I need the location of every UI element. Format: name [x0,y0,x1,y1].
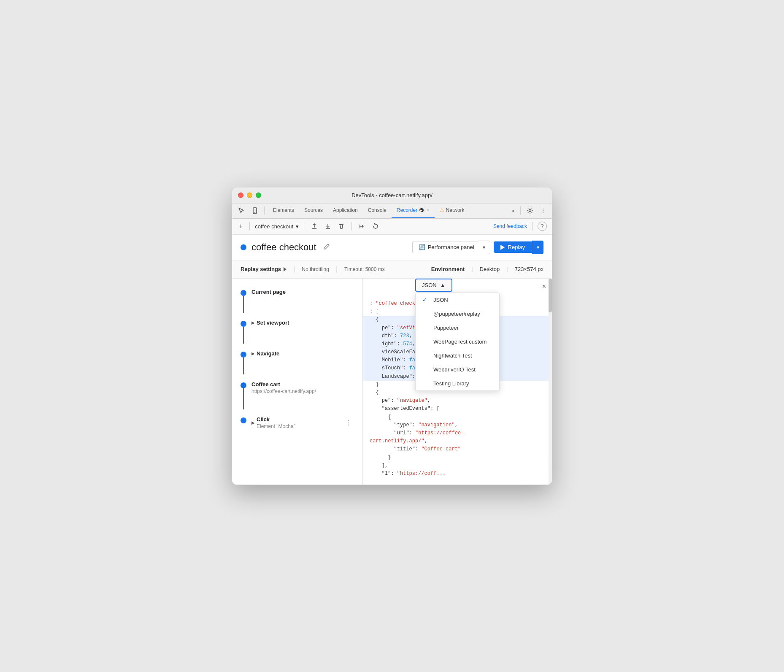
json-line: "title": "Coffee cart" [370,445,545,453]
download-recording-btn[interactable] [323,221,333,231]
step-dot [241,321,246,327]
device-icon-btn[interactable] [249,206,261,216]
step-line [243,296,244,313]
json-close-btn[interactable]: × [540,282,549,291]
recording-toolbar: + coffee checkout ▾ [232,219,552,235]
json-line: "assertedEvents": [ [370,405,545,413]
recording-title: coffee checkout [251,242,316,253]
rec-divider-2 [304,222,304,230]
expand-settings-icon [284,267,287,271]
step-timeline-4 [241,381,246,409]
delete-recording-btn[interactable] [336,221,346,231]
performance-panel-dropdown[interactable]: ▾ [479,241,490,254]
format-option-webdriverio[interactable]: ✓ WebdriverIO Test [416,363,499,377]
format-option-webpagetest[interactable]: ✓ WebPageTest custom [416,335,499,349]
help-btn[interactable]: ? [538,222,547,231]
replay-btn[interactable]: Replay [494,241,532,253]
more-tabs-btn[interactable]: » [508,206,517,216]
rec-divider-3 [351,222,352,230]
main-content: coffee checkout 🔄 Performance panel ▾ [232,235,552,485]
upload-recording-btn[interactable] [309,221,319,231]
menu-btn[interactable]: ⋮ [538,206,549,216]
step-title: Click [257,416,295,423]
format-option-puppeteer[interactable]: ✓ Puppeteer [416,321,499,335]
nav-tabs: Elements Sources Application Console Rec… [268,203,507,218]
check-icon-empty: ✓ [422,352,429,359]
format-option-json[interactable]: ✓ JSON [416,293,499,307]
replay-settings-title[interactable]: Replay settings [241,266,287,272]
list-item: ▶ Navigate [232,347,362,378]
settings-separator: | [293,266,295,273]
step-subtitle: Element "Mocha" [257,423,295,429]
performance-panel-btn[interactable]: 🔄 Performance panel [412,241,481,253]
scrollbar-thumb[interactable] [549,279,552,312]
tab-elements[interactable]: Elements [268,203,299,218]
settings-separator-2: | [336,266,338,273]
check-icon-empty: ✓ [422,339,429,345]
step-title: Coffee cart [251,381,354,387]
replay-dropdown-btn[interactable]: ▾ [532,241,543,254]
env-separator-2: | [506,266,508,272]
step-line [243,388,244,409]
recording-status-dot [241,244,246,250]
step-over-btn[interactable] [357,221,367,231]
list-item: ▶ Click Element "Mocha" ⋮ [232,413,362,433]
format-option-testing-library[interactable]: ✓ Testing Library [416,377,499,390]
tab-network[interactable]: ⚠ Network [435,203,470,218]
resolution-label: 723×574 px [515,266,543,272]
step-content-1: Current page [251,289,354,295]
check-icon-empty: ✓ [422,380,429,387]
step-dot [241,382,246,388]
tab-recorder[interactable]: Recorder ▶ × [392,203,435,218]
format-selector-container: JSON ▲ ✓ JSON ✓ @puppeteer/replay [415,279,500,391]
step-dot [241,417,246,423]
loop-btn[interactable] [370,221,381,231]
window-title: DevTools - coffee-cart.netlify.app/ [351,192,433,198]
recorder-icon: ▶ [419,208,424,213]
scrollbar-track[interactable] [549,279,552,485]
step-content-4: Coffee cart https://coffee-cart.netlify.… [251,381,354,394]
step-more-btn[interactable]: ⋮ [342,418,354,428]
json-line: { [370,413,545,421]
minimize-button[interactable] [247,192,252,198]
steps-json-split: Current page ▶ Set viewport [232,279,552,485]
json-area: JSON ▲ ✓ JSON ✓ @puppeteer/replay [363,279,552,485]
recorder-tab-close[interactable]: × [427,208,429,213]
desktop-label: Desktop [480,266,500,272]
format-selector: JSON ▲ ✓ JSON ✓ @puppeteer/replay [415,279,500,391]
step-expand-btn[interactable]: ▶ [251,351,255,356]
format-dropdown: ✓ JSON ✓ @puppeteer/replay ✓ Puppeteer [415,293,500,391]
maximize-button[interactable] [256,192,261,198]
devtools-toolbar: Elements Sources Application Console Rec… [232,203,552,219]
close-button[interactable] [238,192,243,198]
environment-label: Environment [431,266,465,272]
tab-sources[interactable]: Sources [299,203,328,218]
format-selector-btn[interactable]: JSON ▲ [415,279,452,292]
step-expand-btn[interactable]: ▶ [251,320,255,325]
devtools-window: DevTools - coffee-cart.netlify.app/ Elem… [232,187,552,485]
environment-right: Environment | Desktop | 723×574 px [431,266,543,272]
toolbar-right: » ⋮ [508,206,549,216]
edit-title-btn[interactable] [322,241,332,253]
step-timeline-2 [241,320,246,344]
step-expand-btn[interactable]: ▶ [251,420,255,425]
tab-console[interactable]: Console [363,203,392,218]
tab-application[interactable]: Application [328,203,363,218]
send-feedback-link[interactable]: Send feedback [493,223,527,229]
title-bar: DevTools - coffee-cart.netlify.app/ [232,187,552,203]
format-option-puppeteer-replay[interactable]: ✓ @puppeteer/replay [416,307,499,321]
toolbar-divider-2 [520,206,521,215]
inspect-icon-btn[interactable] [235,206,247,216]
step-timeline-5 [241,416,246,423]
format-option-nightwatch[interactable]: ✓ Nightwatch Test [416,349,499,363]
svg-point-4 [529,210,531,212]
add-recording-btn[interactable]: + [237,221,244,232]
settings-btn[interactable] [524,206,536,216]
header-right: 🔄 Performance panel ▾ Replay ▾ [412,241,543,254]
recording-name-selector[interactable]: coffee checkout ▾ [255,223,299,230]
list-item: ▶ Set viewport [232,316,362,347]
step-content-3: ▶ Navigate [251,350,354,357]
json-line: cart.netlify.app/", [370,437,545,445]
toolbar-divider-1 [264,206,265,215]
rec-divider-4 [532,222,533,230]
